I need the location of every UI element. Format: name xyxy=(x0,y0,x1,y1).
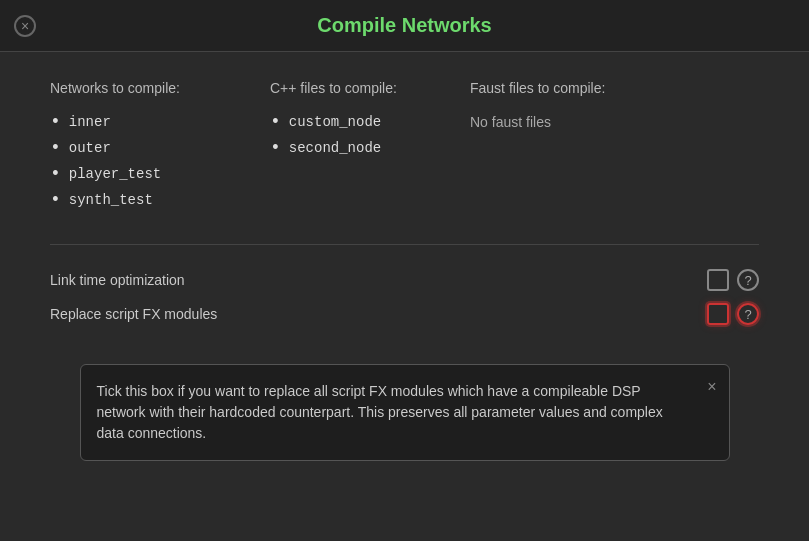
main-content: Networks to compile: C++ files to compil… xyxy=(0,52,809,351)
tooltip-text: Tick this box if you want to replace all… xyxy=(97,383,663,441)
list-item: synth_test xyxy=(50,190,270,210)
columns-body: inner outer player_test synth_test custo… xyxy=(50,112,759,216)
section-divider xyxy=(50,244,759,245)
list-item: second_node xyxy=(270,138,470,158)
page-title: Compile Networks xyxy=(317,14,491,37)
faust-files-text: No faust files xyxy=(470,112,670,130)
replace-script-help-button[interactable]: ? xyxy=(737,303,759,325)
replace-script-row: Replace script FX modules ? Tick this bo… xyxy=(50,297,759,331)
list-item: outer xyxy=(50,138,270,158)
networks-list: inner outer player_test synth_test xyxy=(50,112,270,216)
help-icon: ? xyxy=(744,307,751,322)
columns-header: Networks to compile: C++ files to compil… xyxy=(50,80,759,96)
list-item: player_test xyxy=(50,164,270,184)
close-icon: × xyxy=(21,18,29,34)
link-time-label: Link time optimization xyxy=(50,272,310,288)
faust-column-header: Faust files to compile: xyxy=(470,80,670,96)
replace-script-checkbox[interactable] xyxy=(707,303,729,325)
link-time-help-button[interactable]: ? xyxy=(737,269,759,291)
options-section: Link time optimization ? Replace script … xyxy=(50,263,759,331)
link-time-optimization-row: Link time optimization ? xyxy=(50,263,759,297)
cpp-column-header: C++ files to compile: xyxy=(270,80,470,96)
replace-script-label: Replace script FX modules xyxy=(50,306,310,322)
link-time-checkbox[interactable] xyxy=(707,269,729,291)
list-item: custom_node xyxy=(270,112,470,132)
cpp-list: custom_node second_node xyxy=(270,112,470,164)
close-button[interactable]: × xyxy=(14,15,36,37)
help-icon: ? xyxy=(744,273,751,288)
tooltip-close-button[interactable]: × xyxy=(707,375,716,399)
list-item: inner xyxy=(50,112,270,132)
networks-column-header: Networks to compile: xyxy=(50,80,270,96)
title-bar: × Compile Networks xyxy=(0,0,809,52)
tooltip-box: Tick this box if you want to replace all… xyxy=(80,364,730,461)
